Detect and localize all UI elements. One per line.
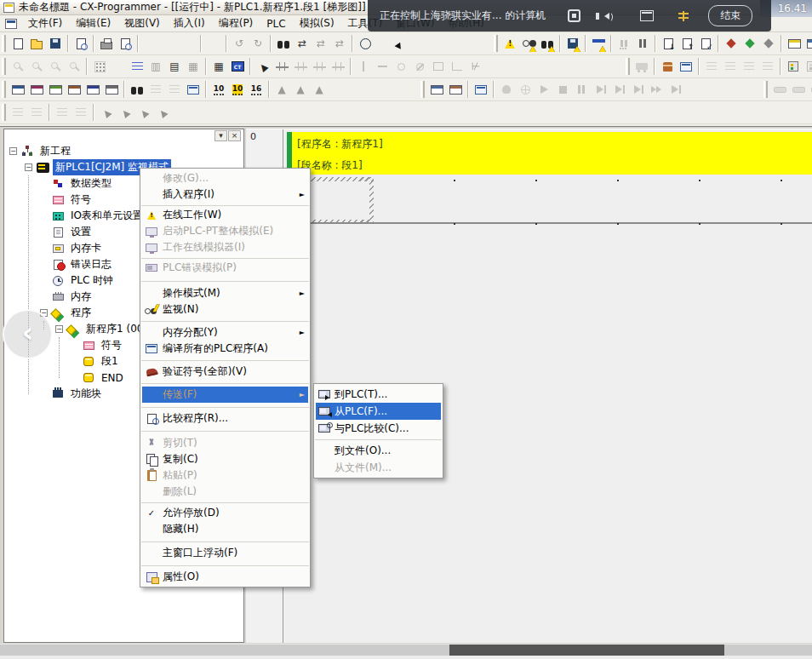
- sim-network-icon[interactable]: [516, 80, 535, 99]
- monitor-icon[interactable]: [519, 34, 538, 53]
- verify-with-plc-icon[interactable]: ✓: [696, 34, 715, 53]
- copy-icon[interactable]: [160, 34, 179, 53]
- find-icon[interactable]: [274, 34, 293, 53]
- tree-item-memory[interactable]: 内存: [40, 289, 94, 305]
- find-3-icon[interactable]: [165, 80, 184, 99]
- menu-program[interactable]: 编程(P): [212, 14, 260, 33]
- mem-view-2-icon[interactable]: [789, 80, 808, 99]
- about-icon[interactable]: [356, 34, 375, 53]
- mem-view-3-icon[interactable]: [808, 80, 812, 99]
- menu-edit[interactable]: 编辑(E): [69, 14, 117, 33]
- symbol-window-icon[interactable]: [65, 80, 83, 99]
- context-help-icon[interactable]: [393, 34, 412, 53]
- compile-program-icon[interactable]: [722, 34, 741, 53]
- sub-from-plc[interactable]: 从PLC(F)...: [314, 403, 443, 420]
- sim-settings-icon[interactable]: [472, 80, 490, 99]
- work-online-icon[interactable]: [500, 34, 519, 53]
- ctx-paste[interactable]: 粘贴(P): [140, 467, 310, 484]
- delete-rung-icon[interactable]: [758, 57, 777, 76]
- sub-to-file[interactable]: 到文件(O)...: [314, 442, 443, 459]
- tree-item-memory-card[interactable]: 内存卡: [40, 240, 104, 256]
- menu-insert[interactable]: 插入(I): [167, 14, 212, 33]
- zoom-out-icon[interactable]: [27, 57, 46, 76]
- cascade-window-icon[interactable]: [9, 80, 27, 99]
- contact-no-icon[interactable]: [272, 57, 291, 76]
- remote-tools-icon[interactable]: [678, 10, 689, 22]
- find-small-icon[interactable]: [128, 80, 146, 99]
- upload-from-plc-icon[interactable]: ↑: [678, 34, 696, 53]
- instruction-box-icon[interactable]: [429, 57, 448, 76]
- find-previous-icon[interactable]: ⇄: [330, 34, 349, 53]
- tree-item-programs[interactable]: −程序: [40, 305, 94, 321]
- tree-item-end-section[interactable]: END: [71, 370, 126, 386]
- ctx-work-online-simulator[interactable]: 工作在线模拟器(I): [140, 239, 310, 255]
- tree-item-error-log[interactable]: 错误日志: [40, 256, 114, 272]
- pointer-3-icon[interactable]: ▲: [134, 103, 153, 122]
- ctx-memory-allocation[interactable]: 内存分配(Y)►: [140, 324, 310, 341]
- cross-reference-icon[interactable]: ▦: [184, 57, 203, 76]
- find-2-icon[interactable]: [146, 80, 165, 99]
- invert-instruction-icon[interactable]: [448, 57, 466, 76]
- align-list-2-icon[interactable]: [71, 103, 90, 122]
- force-status-icon[interactable]: [589, 34, 608, 53]
- outdent-icon[interactable]: [27, 103, 46, 122]
- coil-icon[interactable]: [392, 57, 410, 76]
- expand-toggle[interactable]: −: [25, 163, 32, 171]
- monitor-decimal-icon[interactable]: 10: [209, 80, 228, 99]
- mem-view-1-icon[interactable]: [770, 80, 789, 99]
- menu-file[interactable]: 文件(F): [21, 14, 69, 33]
- sim-run-icon[interactable]: [535, 80, 553, 99]
- sub-compare-with-plc[interactable]: 与PLC比较(C)...: [314, 420, 443, 437]
- zoom-fit-icon[interactable]: [46, 57, 65, 76]
- compile-check-icon[interactable]: [759, 34, 778, 53]
- tree-item-io-table[interactable]: IO表和单元设置: [40, 208, 146, 224]
- pointer-4-icon[interactable]: ▲: [153, 103, 172, 122]
- sub-from-file[interactable]: 从文件(M)...: [314, 459, 443, 476]
- ladder-view-icon[interactable]: ▤: [165, 57, 184, 76]
- force-cancel-icon[interactable]: ▲: [310, 80, 329, 99]
- tree-item-data-types[interactable]: 数据类型: [40, 175, 114, 192]
- io-window-icon[interactable]: [46, 80, 65, 99]
- coil-closed-icon[interactable]: [410, 57, 429, 76]
- address-reference-icon[interactable]: [128, 57, 146, 76]
- replace-icon[interactable]: ⇄: [293, 34, 312, 53]
- ctx-copy[interactable]: 复制(C): [140, 451, 310, 467]
- step-run-icon[interactable]: [591, 80, 609, 99]
- indent-icon[interactable]: [9, 103, 27, 122]
- panel-pin-button[interactable]: ▾: [214, 130, 227, 141]
- fullscreen-icon[interactable]: [568, 9, 580, 22]
- grid-blue-icon[interactable]: [184, 80, 203, 99]
- tree-item-section-1[interactable]: 段1: [71, 353, 121, 370]
- ctx-verify-symbols-all[interactable]: 验证符号(全部)(V): [140, 364, 310, 380]
- ladder-view-gray-icon[interactable]: ▥: [146, 57, 165, 76]
- end-session-button[interactable]: 结束: [708, 5, 752, 26]
- mdi-child-icon[interactable]: [5, 19, 17, 29]
- tree-item-new-program-1[interactable]: −新程序1 (00): [55, 321, 150, 337]
- help-icon[interactable]: [375, 34, 393, 53]
- ctx-start-plc-pt-simulation[interactable]: 启动PLC-PT整体模拟(E): [140, 223, 310, 239]
- step-out-icon[interactable]: [628, 80, 647, 99]
- sub-to-plc[interactable]: 到PLC(T)...: [314, 386, 443, 403]
- align-list-icon[interactable]: [53, 103, 71, 122]
- vertical-line-icon[interactable]: [354, 57, 373, 76]
- compare-programs-icon[interactable]: [71, 34, 90, 53]
- online-edit-save-icon[interactable]: [563, 34, 582, 53]
- ctx-plc-error-simulation[interactable]: PLC错误模拟(P): [140, 260, 310, 276]
- pointer-2-icon[interactable]: ▲: [116, 103, 134, 122]
- mnemonic-view-icon[interactable]: ▦: [209, 57, 228, 76]
- edit-rung-down-icon[interactable]: [721, 57, 740, 76]
- ctx-modify[interactable]: 修改(G)...: [140, 170, 310, 186]
- select-tool-icon[interactable]: ▲: [254, 57, 272, 76]
- show-symbols-icon[interactable]: [109, 57, 128, 76]
- ctx-float-on-main-window[interactable]: 主窗口上浮动(F): [140, 545, 310, 561]
- horizontal-line-icon[interactable]: [373, 57, 392, 76]
- force-off-icon[interactable]: ▲: [291, 80, 310, 99]
- ctx-allow-docking[interactable]: ✓允许停放(D): [140, 505, 310, 521]
- menu-plc[interactable]: PLC: [260, 15, 292, 32]
- compile-all-icon[interactable]: [658, 57, 677, 76]
- sim-stop-icon[interactable]: [553, 80, 572, 99]
- ctx-properties[interactable]: 属性(O): [140, 569, 310, 585]
- tree-item-program-symbols[interactable]: 符号: [71, 337, 124, 353]
- undo-icon[interactable]: ↺: [230, 34, 249, 53]
- tree-item-function-blocks[interactable]: 功能块: [40, 386, 104, 402]
